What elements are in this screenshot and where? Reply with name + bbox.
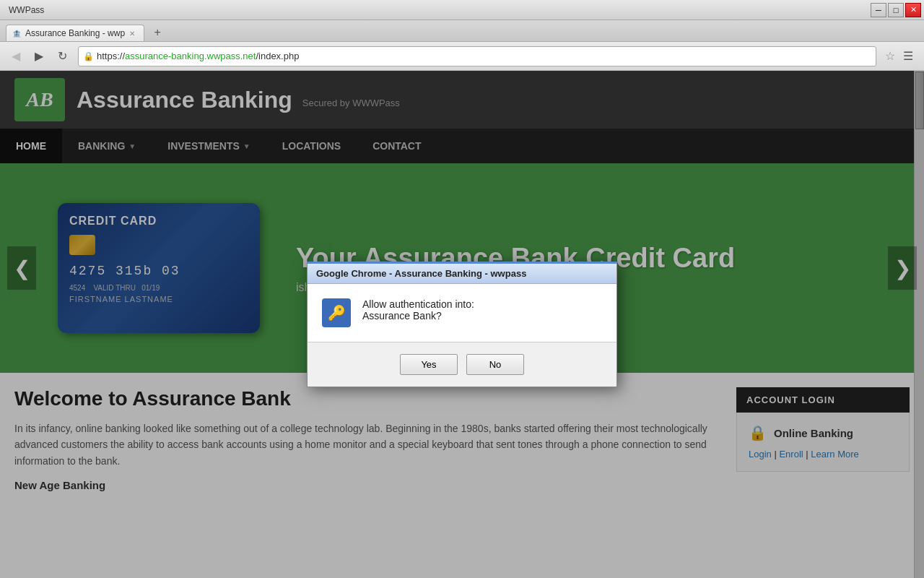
titlebar: WWPass ─ □ ✕: [0, 0, 924, 20]
tab-bar: 🏦 Assurance Banking - wwp ✕ +: [0, 20, 924, 42]
auth-dialog: Google Chrome - Assurance Banking - wwpa…: [307, 262, 617, 387]
dialog-buttons: Yes No: [308, 342, 616, 387]
address-protocol: https://: [97, 51, 125, 61]
dialog-key-icon: 🔑: [322, 298, 351, 327]
tab-title: Assurance Banking - wwp: [25, 28, 125, 38]
ssl-icon: 🔒: [83, 51, 94, 61]
new-tab-button[interactable]: +: [147, 24, 167, 41]
address-bar[interactable]: https://assurance-banking.wwpass.net/ind…: [97, 51, 871, 61]
dialog-yes-button[interactable]: Yes: [400, 354, 458, 375]
dialog-body: 🔑 Allow authentication into: Assurance B…: [308, 284, 616, 342]
address-bar-container: 🔒 https://assurance-banking.wwpass.net/i…: [78, 46, 876, 66]
maximize-button[interactable]: □: [888, 3, 904, 17]
browser-frame: WWPass ─ □ ✕ 🏦 Assurance Banking - wwp ✕…: [0, 0, 924, 578]
address-path: /index.php: [256, 51, 299, 61]
refresh-button[interactable]: ↻: [52, 46, 72, 66]
address-domain: assurance-banking.wwpass.net: [125, 51, 256, 61]
menu-button[interactable]: ☰: [898, 46, 918, 66]
minimize-button[interactable]: ─: [871, 3, 886, 17]
back-button[interactable]: ◀: [6, 46, 26, 66]
tab-favicon: 🏦: [12, 30, 21, 38]
close-button[interactable]: ✕: [905, 3, 921, 17]
website-content: AB Assurance Banking Secured by WWWPass …: [0, 71, 924, 578]
bookmark-icon[interactable]: ☆: [885, 49, 895, 63]
browser-tab[interactable]: 🏦 Assurance Banking - wwp ✕: [6, 25, 144, 41]
dialog-message-line1: Allow authentication into:: [362, 298, 474, 310]
titlebar-label: WWPass: [9, 5, 44, 15]
dialog-message-line2: Assurance Bank?: [362, 310, 474, 322]
browser-toolbar: ◀ ▶ ↻ 🔒 https://assurance-banking.wwpass…: [0, 42, 924, 71]
dialog-text: Allow authentication into: Assurance Ban…: [362, 298, 474, 322]
dialog-no-button[interactable]: No: [466, 354, 524, 375]
dialog-overlay: Google Chrome - Assurance Banking - wwpa…: [0, 71, 924, 578]
forward-button[interactable]: ▶: [29, 46, 49, 66]
dialog-titlebar: Google Chrome - Assurance Banking - wwpa…: [308, 264, 616, 284]
tab-close-icon[interactable]: ✕: [129, 30, 135, 38]
